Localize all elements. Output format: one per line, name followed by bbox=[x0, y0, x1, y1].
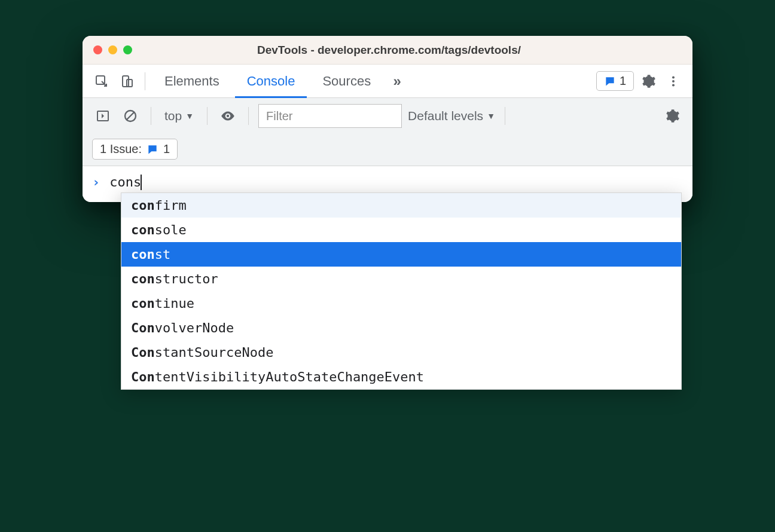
autocomplete-match-prefix: con bbox=[131, 222, 155, 237]
autocomplete-rest: st bbox=[155, 247, 171, 262]
inspect-element-icon[interactable] bbox=[91, 71, 112, 92]
svg-rect-2 bbox=[127, 80, 132, 87]
autocomplete-rest: tinue bbox=[155, 296, 194, 311]
kebab-menu-icon[interactable] bbox=[663, 71, 684, 92]
autocomplete-item[interactable]: console bbox=[121, 218, 681, 242]
autocomplete-item[interactable]: ContentVisibilityAutoStateChangeEvent bbox=[121, 365, 681, 389]
console-input-text: cons bbox=[109, 175, 141, 189]
autocomplete-match-prefix: Con bbox=[131, 369, 155, 384]
divider bbox=[248, 107, 249, 125]
svg-point-3 bbox=[672, 76, 675, 78]
console-body: › cons confirmconsoleconstconstructorcon… bbox=[83, 166, 692, 202]
close-button[interactable] bbox=[93, 45, 102, 54]
minimize-button[interactable] bbox=[108, 45, 117, 54]
autocomplete-match-prefix: con bbox=[131, 247, 155, 262]
divider bbox=[151, 107, 151, 125]
autocomplete-rest: stantSourceNode bbox=[155, 345, 274, 360]
svg-point-5 bbox=[672, 84, 675, 86]
svg-rect-1 bbox=[123, 76, 129, 87]
titlebar: DevTools - developer.chrome.com/tags/dev… bbox=[83, 36, 692, 65]
autocomplete-item[interactable]: confirm bbox=[121, 193, 681, 218]
autocomplete-item[interactable]: const bbox=[121, 242, 681, 267]
caret bbox=[141, 175, 142, 190]
window-title: DevTools - developer.chrome.com/tags/dev… bbox=[132, 44, 646, 57]
divider bbox=[505, 107, 505, 125]
clear-console-icon[interactable] bbox=[120, 105, 141, 127]
autocomplete-popup: confirmconsoleconstconstructorcontinueCo… bbox=[121, 192, 682, 390]
console-toolbar: top ▼ Default levels ▼ 1 Issue: 1 bbox=[83, 98, 692, 166]
context-selector[interactable]: top ▼ bbox=[161, 109, 197, 123]
levels-selector[interactable]: Default levels ▼ bbox=[408, 109, 495, 123]
autocomplete-item[interactable]: continue bbox=[121, 291, 681, 316]
settings-icon[interactable] bbox=[637, 71, 659, 92]
issues-count: 1 bbox=[620, 74, 626, 88]
autocomplete-match-prefix: Con bbox=[131, 320, 155, 335]
filter-input[interactable] bbox=[258, 104, 402, 128]
tab-console[interactable]: Console bbox=[235, 65, 307, 98]
issue-pill[interactable]: 1 Issue: 1 bbox=[92, 139, 178, 160]
sidebar-toggle-icon[interactable] bbox=[92, 105, 114, 127]
tab-elements[interactable]: Elements bbox=[152, 65, 231, 98]
device-toggle-icon[interactable] bbox=[116, 71, 138, 92]
svg-point-4 bbox=[672, 80, 675, 82]
tab-sources[interactable]: Sources bbox=[310, 65, 383, 98]
maximize-button[interactable] bbox=[123, 45, 132, 54]
autocomplete-rest: volverNode bbox=[155, 320, 234, 335]
console-input[interactable]: cons bbox=[109, 175, 141, 189]
issue-count: 1 bbox=[163, 142, 170, 156]
chevron-down-icon: ▼ bbox=[487, 111, 495, 121]
console-prompt-line[interactable]: › cons bbox=[83, 171, 692, 193]
divider bbox=[207, 107, 208, 125]
autocomplete-rest: firm bbox=[155, 198, 187, 213]
autocomplete-rest: structor bbox=[155, 271, 218, 286]
autocomplete-match-prefix: con bbox=[131, 296, 155, 311]
autocomplete-item[interactable]: ConvolverNode bbox=[121, 316, 681, 340]
prompt-chevron-icon: › bbox=[92, 175, 100, 189]
live-expression-icon[interactable] bbox=[217, 105, 239, 127]
autocomplete-match-prefix: con bbox=[131, 198, 155, 213]
chevron-down-icon: ▼ bbox=[185, 111, 194, 121]
autocomplete-item[interactable]: ConstantSourceNode bbox=[121, 340, 681, 365]
issues-badge[interactable]: 1 bbox=[596, 71, 634, 91]
autocomplete-rest: sole bbox=[155, 222, 187, 237]
context-label: top bbox=[164, 109, 182, 123]
more-tabs-icon[interactable]: » bbox=[386, 71, 408, 92]
svg-point-8 bbox=[227, 115, 229, 117]
autocomplete-rest: tentVisibilityAutoStateChangeEvent bbox=[155, 369, 424, 384]
issue-label: 1 Issue: bbox=[100, 142, 142, 156]
divider bbox=[145, 72, 145, 90]
traffic-lights bbox=[93, 45, 132, 54]
main-tabbar: Elements Console Sources » 1 bbox=[83, 65, 692, 98]
devtools-window: DevTools - developer.chrome.com/tags/dev… bbox=[83, 36, 692, 202]
autocomplete-match-prefix: con bbox=[131, 271, 155, 286]
autocomplete-match-prefix: Con bbox=[131, 345, 155, 360]
console-settings-icon[interactable] bbox=[661, 105, 683, 127]
autocomplete-item[interactable]: constructor bbox=[121, 267, 681, 291]
levels-label: Default levels bbox=[408, 109, 483, 123]
